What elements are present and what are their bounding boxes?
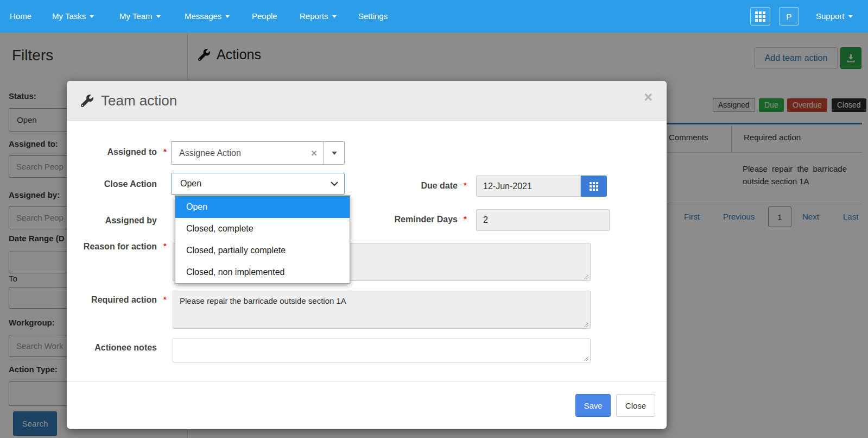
save-button[interactable]: Save <box>575 394 611 417</box>
apps-menu-button[interactable] <box>750 7 770 26</box>
assigned-to-label: Assigned to <box>75 145 157 159</box>
close-action-value: Open <box>180 173 201 194</box>
dropdown-option-closed-non-implemented[interactable]: Closed, non implemented <box>175 261 350 283</box>
wrench-icon <box>81 95 93 107</box>
caret-down-icon <box>848 15 853 18</box>
reason-for-action-label: Reason for action <box>75 239 157 254</box>
caret-down-icon <box>332 152 337 155</box>
close-icon[interactable]: × <box>644 90 652 105</box>
combobox-toggle[interactable] <box>324 142 344 164</box>
nav-item-reports[interactable]: Reports <box>300 0 337 33</box>
apps-grid-icon <box>755 11 765 22</box>
chevron-down-icon <box>331 182 338 186</box>
caret-down-icon <box>90 15 94 18</box>
close-button[interactable]: Close <box>616 394 655 417</box>
reminder-days-label: Reminder Days <box>376 212 458 227</box>
reminder-days-input[interactable]: 2 <box>476 209 610 231</box>
clear-icon[interactable]: × <box>311 142 317 164</box>
required-marker: * <box>464 180 471 190</box>
team-action-modal: Team action × Assigned to * Assignee Act… <box>67 81 667 429</box>
due-date-label: Due date <box>376 178 458 193</box>
required-marker: * <box>464 214 471 223</box>
nav-item-messages[interactable]: Messages <box>185 0 230 33</box>
close-action-dropdown: Open Closed, complete Closed, partially … <box>175 195 350 284</box>
caret-down-icon <box>332 15 337 18</box>
assigned-to-combobox[interactable]: Assignee Action × <box>171 141 345 165</box>
modal-title-text: Team action <box>101 92 177 109</box>
required-marker: * <box>163 295 171 304</box>
app-screen: Filters Status: Open Assigned to: Assign… <box>0 0 868 438</box>
actionee-notes-textarea[interactable] <box>173 339 591 362</box>
actionee-notes-label: Actionee notes <box>75 340 157 355</box>
profile-button[interactable]: P <box>779 7 799 26</box>
dropdown-option-open[interactable]: Open <box>175 196 350 218</box>
caret-down-icon <box>156 15 161 18</box>
close-action-label: Close Action <box>75 177 157 191</box>
top-navigation: Home My Tasks My Team Messages People Re… <box>0 0 868 33</box>
modal-footer-divider <box>67 381 667 382</box>
close-action-select[interactable]: Open <box>171 173 345 195</box>
nav-item-settings[interactable]: Settings <box>358 0 388 33</box>
due-date-input[interactable]: 12-Jun-2021 <box>476 176 581 197</box>
required-marker: * <box>163 147 171 156</box>
assigned-to-value: Assignee Action <box>179 142 241 164</box>
required-action-textarea[interactable]: Please repair the barricade outside sect… <box>173 291 591 329</box>
nav-item-home[interactable]: Home <box>10 0 31 33</box>
nav-item-my-team[interactable]: My Team <box>119 0 161 33</box>
assigned-by-label: Assigned by <box>75 213 157 228</box>
nav-item-support[interactable]: Support <box>816 0 853 33</box>
modal-header: Team action × <box>67 81 667 121</box>
dropdown-option-closed-partially-complete[interactable]: Closed, partially complete <box>175 240 350 261</box>
caret-down-icon <box>225 15 230 18</box>
nav-item-people[interactable]: People <box>252 0 277 33</box>
required-marker: * <box>163 241 171 251</box>
modal-title: Team action <box>81 81 177 121</box>
calendar-grid-icon <box>590 182 598 191</box>
nav-item-my-tasks[interactable]: My Tasks <box>52 0 94 33</box>
required-action-label: Required action <box>75 292 157 307</box>
dropdown-option-closed-complete[interactable]: Closed, complete <box>175 218 350 240</box>
calendar-button[interactable] <box>581 176 607 197</box>
